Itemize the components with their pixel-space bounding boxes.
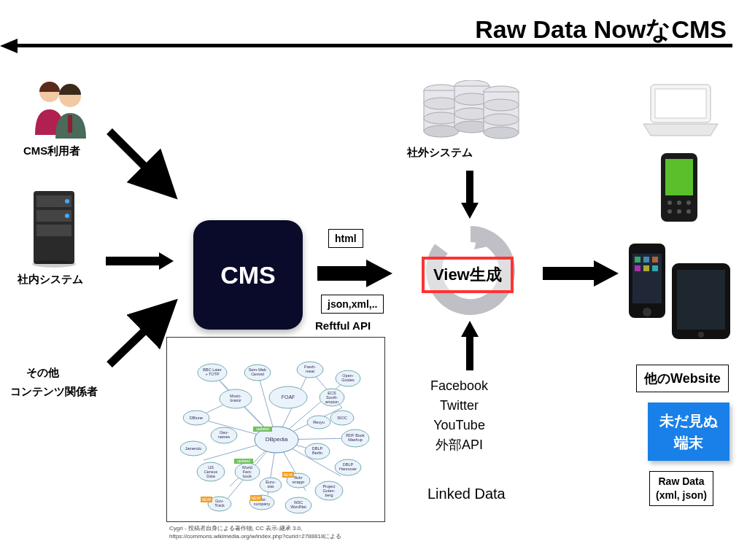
database-stack-icon <box>416 80 525 144</box>
svg-rect-6 <box>36 225 71 236</box>
svg-text:SIOC: SIOC <box>337 416 347 420</box>
svg-text:NEW!: NEW! <box>201 497 211 502</box>
svg-text:Data: Data <box>206 474 216 478</box>
svg-point-28 <box>484 114 519 125</box>
svg-rect-47 <box>652 257 658 262</box>
external-api-list: Facebook Twitter YouTube 外部API <box>430 376 488 455</box>
raw-data-box: Raw Data (xml, json) <box>649 471 713 506</box>
svg-text:names: names <box>218 435 231 439</box>
smartphone-icon <box>626 242 668 321</box>
svg-point-17 <box>424 98 459 109</box>
svg-point-8 <box>65 214 69 218</box>
format-html-box: html <box>328 229 363 248</box>
svg-rect-35 <box>665 159 693 195</box>
svg-text:Revyu: Revyu <box>313 420 325 424</box>
rule-arrowhead <box>0 39 18 53</box>
svg-text:brainz: brainz <box>231 398 241 402</box>
svg-point-37 <box>677 201 681 205</box>
svg-rect-50 <box>652 265 658 271</box>
svg-text:Track: Track <box>214 503 225 508</box>
svg-point-53 <box>698 332 704 338</box>
svg-point-38 <box>686 201 691 205</box>
svg-rect-52 <box>677 270 725 330</box>
svg-text:book: book <box>243 474 252 478</box>
restful-api-label: Reftful API <box>315 319 371 332</box>
svg-text:stat: stat <box>268 484 274 489</box>
svg-rect-46 <box>643 257 649 262</box>
svg-line-12 <box>109 310 166 365</box>
laptop-icon <box>640 82 721 139</box>
feature-phone-icon <box>658 152 700 225</box>
arrow-api-up <box>455 319 484 373</box>
svg-point-26 <box>484 127 519 139</box>
linked-data-label: Linked Data <box>427 486 506 502</box>
svg-text:FOAF: FOAF <box>282 394 295 400</box>
svg-line-10 <box>109 131 166 188</box>
svg-text:WordNet: WordNet <box>290 505 306 509</box>
unseen-device-box: 未だ見ぬ 端末 <box>648 402 729 461</box>
internal-system-label: 社内システム <box>18 273 83 287</box>
svg-text:company: company <box>254 502 271 506</box>
others-label-2: コンテンツ関係者 <box>10 385 98 399</box>
tablet-icon <box>670 261 732 343</box>
format-json-box: json,xml,.. <box>321 295 384 314</box>
svg-rect-2 <box>68 115 72 133</box>
cms-box-label: CMS <box>220 261 276 289</box>
svg-point-40 <box>677 209 681 214</box>
svg-text:wrappr: wrappr <box>292 480 305 484</box>
svg-text:DBpedia: DBpedia <box>266 436 288 443</box>
svg-text:updated: updated <box>256 427 269 431</box>
unseen-l2: 端末 <box>659 432 718 454</box>
svg-text:ampton: ampton <box>325 400 338 404</box>
lod-caption-1: Cygri - 投稿者自身による著作物, CC 表示-継承 3.0, <box>169 525 302 532</box>
ext-l4: 外部API <box>430 435 488 455</box>
arrow-users-to-cms <box>102 124 182 204</box>
svg-text:DBtune: DBtune <box>190 416 203 420</box>
cms-users-label: CMS利用者 <box>23 144 80 158</box>
svg-point-18 <box>424 112 459 124</box>
view-generation-box: View生成 <box>422 257 514 293</box>
svg-text:berg: berg <box>325 493 333 497</box>
svg-rect-49 <box>643 265 649 271</box>
svg-point-44 <box>643 308 651 316</box>
svg-text:Central: Central <box>251 372 264 376</box>
svg-text:meat: meat <box>306 369 315 373</box>
svg-text:+ TOTP: + TOTP <box>205 372 220 376</box>
svg-rect-45 <box>635 257 640 262</box>
svg-point-16 <box>424 125 459 137</box>
horizontal-rule <box>15 44 732 47</box>
svg-text:updated: updated <box>237 459 250 463</box>
svg-text:Berlin: Berlin <box>312 451 322 455</box>
page-title: Raw Data NowなCMS <box>475 13 727 47</box>
unseen-l1: 未だ見ぬ <box>659 410 718 432</box>
other-website-box: 他のWebsite <box>636 365 729 392</box>
lod-caption-2: https://commons.wikimedia.org/w/index.ph… <box>169 533 341 540</box>
others-label-1: その他 <box>26 366 59 380</box>
users-icon <box>28 73 93 139</box>
external-system-label: 社外システム <box>407 146 473 160</box>
svg-point-36 <box>667 201 672 205</box>
ext-l3: YouTube <box>430 416 488 435</box>
svg-text:Jamendo: Jamendo <box>185 446 202 451</box>
lod-cloud-diagram: BBC Later+ TOTP Sem-WebCentral Fresh-mea… <box>166 337 385 522</box>
svg-point-7 <box>65 199 69 203</box>
arrow-view-to-devices <box>540 255 620 292</box>
ext-l2: Twitter <box>430 396 488 416</box>
svg-point-27 <box>484 99 519 111</box>
svg-rect-33 <box>655 89 706 118</box>
arrow-ext-down <box>455 168 484 222</box>
arrow-cms-to-view <box>314 255 394 292</box>
rawdata-l2: (xml, json) <box>656 489 707 502</box>
rawdata-l1: Raw Data <box>656 475 707 489</box>
arrow-internal-to-cms <box>102 246 175 276</box>
svg-text:NEW!: NEW! <box>251 496 260 500</box>
ext-l1: Facebook <box>430 376 488 396</box>
svg-text:NEW!: NEW! <box>283 472 293 477</box>
svg-text:Mashup: Mashup <box>348 438 363 442</box>
cms-box: CMS <box>193 220 303 330</box>
svg-rect-48 <box>635 265 640 271</box>
svg-text:Hannover: Hannover <box>339 467 357 471</box>
server-icon <box>29 188 86 268</box>
svg-text:Guides: Guides <box>341 378 355 382</box>
svg-point-41 <box>686 209 691 214</box>
